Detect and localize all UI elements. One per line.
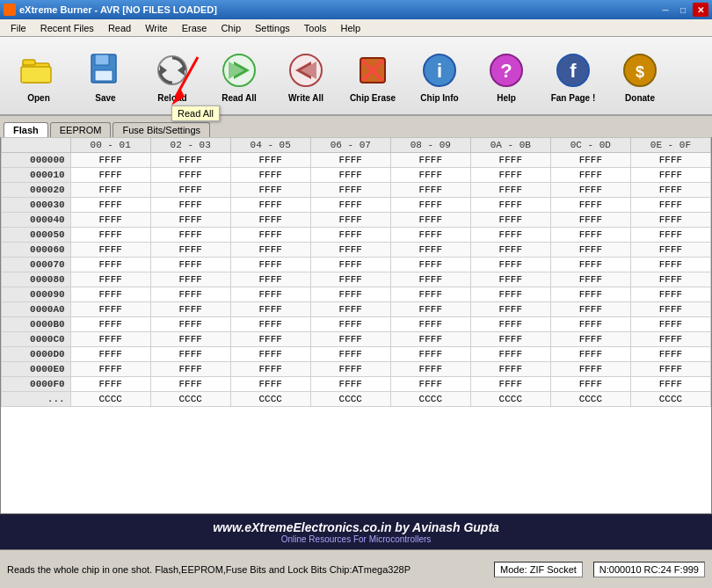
chip-info-button[interactable]: iChip Info xyxy=(408,41,471,110)
data-cell[interactable]: FFFF xyxy=(230,168,310,183)
data-cell[interactable]: FFFF xyxy=(70,153,150,168)
data-cell[interactable]: FFFF xyxy=(150,332,230,347)
data-cell[interactable]: FFFF xyxy=(150,287,230,302)
close-button[interactable]: ✕ xyxy=(693,3,708,17)
data-cell[interactable]: FFFF xyxy=(310,168,390,183)
data-cell[interactable]: FFFF xyxy=(150,377,230,392)
data-cell[interactable]: FFFF xyxy=(150,317,230,332)
data-cell[interactable]: FFFF xyxy=(230,332,310,347)
data-cell[interactable]: FFFF xyxy=(310,347,390,362)
data-cell[interactable]: FFFF xyxy=(550,243,630,258)
data-cell[interactable]: FFFF xyxy=(630,377,710,392)
data-cell[interactable]: FFFF xyxy=(470,362,550,377)
data-cell[interactable]: FFFF xyxy=(230,213,310,228)
data-cell[interactable]: CCCC xyxy=(390,392,470,407)
data-cell[interactable]: FFFF xyxy=(150,198,230,213)
data-cell[interactable]: FFFF xyxy=(630,243,710,258)
data-cell[interactable]: FFFF xyxy=(70,302,150,317)
data-cell[interactable]: FFFF xyxy=(310,258,390,272)
data-cell[interactable]: FFFF xyxy=(550,317,630,332)
data-cell[interactable]: FFFF xyxy=(230,198,310,213)
data-cell[interactable]: FFFF xyxy=(310,332,390,347)
data-cell[interactable]: FFFF xyxy=(390,183,470,198)
data-cell[interactable]: FFFF xyxy=(470,272,550,287)
data-cell[interactable]: FFFF xyxy=(230,287,310,302)
donate-button[interactable]: $Donate xyxy=(608,41,672,110)
data-cell[interactable]: FFFF xyxy=(70,362,150,377)
data-cell[interactable]: FFFF xyxy=(470,168,550,183)
data-cell[interactable]: FFFF xyxy=(630,362,710,377)
data-cell[interactable]: FFFF xyxy=(470,153,550,168)
data-cell[interactable]: FFFF xyxy=(470,302,550,317)
data-cell[interactable]: FFFF xyxy=(390,198,470,213)
data-cell[interactable]: FFFF xyxy=(470,243,550,258)
data-cell[interactable]: FFFF xyxy=(70,213,150,228)
data-cell[interactable]: CCCC xyxy=(630,392,710,407)
tab-fuse-bits[interactable]: Fuse Bits/Settings xyxy=(113,122,210,137)
tab-eeprom[interactable]: EEPROM xyxy=(50,122,112,137)
data-cell[interactable]: FFFF xyxy=(470,228,550,243)
data-cell[interactable]: FFFF xyxy=(230,362,310,377)
data-cell[interactable]: FFFF xyxy=(390,258,470,272)
data-cell[interactable]: FFFF xyxy=(470,347,550,362)
data-cell[interactable]: FFFF xyxy=(310,317,390,332)
data-cell[interactable]: FFFF xyxy=(550,198,630,213)
data-cell[interactable]: FFFF xyxy=(550,213,630,228)
data-cell[interactable]: FFFF xyxy=(470,377,550,392)
data-cell[interactable]: FFFF xyxy=(230,153,310,168)
fan-page-button[interactable]: fFan Page ! xyxy=(541,41,605,110)
data-cell[interactable]: FFFF xyxy=(550,258,630,272)
data-cell[interactable]: FFFF xyxy=(390,377,470,392)
data-cell[interactable]: FFFF xyxy=(70,198,150,213)
data-cell[interactable]: FFFF xyxy=(390,243,470,258)
data-cell[interactable]: FFFF xyxy=(70,168,150,183)
data-cell[interactable]: FFFF xyxy=(230,317,310,332)
data-cell[interactable]: FFFF xyxy=(390,302,470,317)
data-cell[interactable]: FFFF xyxy=(310,213,390,228)
data-cell[interactable]: FFFF xyxy=(470,213,550,228)
data-cell[interactable]: FFFF xyxy=(70,287,150,302)
data-cell[interactable]: FFFF xyxy=(630,272,710,287)
data-cell[interactable]: FFFF xyxy=(470,198,550,213)
data-cell[interactable]: FFFF xyxy=(470,258,550,272)
data-cell[interactable]: FFFF xyxy=(150,243,230,258)
help-button[interactable]: ?Help xyxy=(475,41,538,110)
data-cell[interactable]: FFFF xyxy=(230,243,310,258)
data-cell[interactable]: CCCC xyxy=(230,392,310,407)
data-cell[interactable]: FFFF xyxy=(150,168,230,183)
data-cell[interactable]: FFFF xyxy=(630,153,710,168)
data-cell[interactable]: CCCC xyxy=(470,392,550,407)
write-all-button[interactable]: Write All xyxy=(274,41,338,110)
data-cell[interactable]: FFFF xyxy=(630,317,710,332)
data-cell[interactable]: FFFF xyxy=(150,153,230,168)
data-cell[interactable]: FFFF xyxy=(70,317,150,332)
data-cell[interactable]: FFFF xyxy=(310,183,390,198)
data-cell[interactable]: FFFF xyxy=(310,198,390,213)
data-cell[interactable]: FFFF xyxy=(230,377,310,392)
data-cell[interactable]: FFFF xyxy=(390,228,470,243)
minimize-button[interactable]: ─ xyxy=(658,3,673,17)
data-cell[interactable]: FFFF xyxy=(230,347,310,362)
data-cell[interactable]: FFFF xyxy=(390,317,470,332)
data-cell[interactable]: FFFF xyxy=(70,183,150,198)
data-cell[interactable]: FFFF xyxy=(310,302,390,317)
reload-button[interactable]: Reload xyxy=(141,41,204,110)
save-button[interactable]: Save xyxy=(74,41,137,110)
data-cell[interactable]: FFFF xyxy=(150,228,230,243)
data-cell[interactable]: CCCC xyxy=(310,392,390,407)
data-cell[interactable]: CCCC xyxy=(70,392,150,407)
data-cell[interactable]: FFFF xyxy=(390,272,470,287)
data-cell[interactable]: FFFF xyxy=(550,377,630,392)
tab-flash[interactable]: Flash xyxy=(4,122,48,137)
data-cell[interactable]: FFFF xyxy=(150,362,230,377)
data-cell[interactable]: FFFF xyxy=(550,228,630,243)
open-button[interactable]: Open xyxy=(7,41,70,110)
data-cell[interactable]: FFFF xyxy=(150,183,230,198)
data-cell[interactable]: FFFF xyxy=(70,347,150,362)
data-cell[interactable]: FFFF xyxy=(70,228,150,243)
data-cell[interactable]: FFFF xyxy=(630,258,710,272)
data-cell[interactable]: FFFF xyxy=(230,183,310,198)
data-cell[interactable]: FFFF xyxy=(390,347,470,362)
menu-item-recent-files[interactable]: Recent Files xyxy=(33,21,101,35)
data-cell[interactable]: FFFF xyxy=(550,272,630,287)
